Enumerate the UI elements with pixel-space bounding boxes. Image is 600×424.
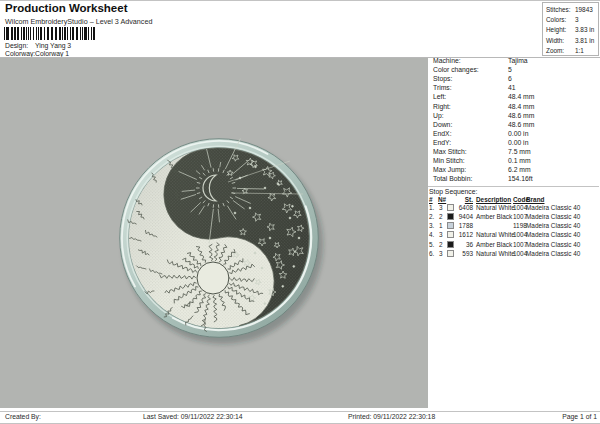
stat-label: Total Bobbin: [433, 175, 472, 182]
needle-number: 3 [439, 231, 443, 238]
stat-label: Height: [546, 26, 566, 33]
stat-label: Stitches: [546, 6, 571, 13]
stat-value: 6.2 mm [508, 166, 531, 173]
thread-description: Amber Black [476, 241, 512, 248]
stitch-count: 1788 [455, 222, 473, 229]
stitch-count: 6408 [455, 204, 473, 211]
machine-stat-row: Total Bobbin:154.16ft [433, 175, 598, 184]
stat-value: Tajima [508, 57, 528, 64]
thread-description: Natural White [476, 204, 515, 211]
needle-number: 3 [439, 204, 443, 211]
thread-brand: Madeira Classic 40 [526, 250, 580, 257]
stitch-count: 9404 [455, 213, 473, 220]
thread-color-swatch [447, 231, 454, 238]
machine-stat-row: Down:48.6 mm [433, 121, 598, 130]
dot [254, 252, 256, 254]
column-header-num: # [429, 196, 433, 203]
colorway-label: Colorway: [5, 50, 35, 57]
stat-label: Color changes: [433, 66, 479, 73]
footer-created-by: Created By: [5, 413, 41, 420]
design-label: Design: [5, 42, 35, 49]
stat-label: Right: [433, 103, 451, 110]
row-number: 2. [429, 213, 434, 220]
machine-stat-row: Color changes:5 [433, 66, 598, 75]
stat-value: 154.16ft [508, 175, 533, 182]
summary-stat-row: Colors:3 [546, 16, 596, 26]
row-number: 1. [429, 204, 434, 211]
stat-value: 7.5 mm [508, 148, 531, 155]
summary-stat-row: Height:3.83 in [546, 26, 596, 36]
page-title: Production Worksheet [5, 2, 127, 14]
column-header-brand: Brand [526, 196, 544, 203]
colorway-value: Colorway 1 [35, 50, 69, 57]
stat-value: 3 [575, 16, 579, 23]
stitch-count: 36 [455, 241, 473, 248]
footer-printed: Printed: 09/11/2022 22:30:18 [348, 413, 435, 420]
footer-page-number: Page 1 of 1 [562, 413, 597, 420]
stat-value: 48.6 mm [508, 112, 534, 119]
dot [282, 285, 284, 287]
dot [239, 177, 241, 179]
thread-color-swatch [447, 241, 454, 248]
stat-value: 48.4 mm [508, 103, 534, 110]
needle-number: 2 [439, 213, 443, 220]
machine-stat-row: Machine:Tajima [433, 57, 598, 66]
stat-value: 48.6 mm [508, 121, 534, 128]
stat-value: 1:1 [575, 47, 584, 54]
stop-sequence-row: 3.117881198Madeira Classic 40 [428, 222, 600, 231]
panel-divider [428, 186, 599, 187]
machine-info-panel: Machine:TajimaColor changes:5Stops:6Trim… [433, 57, 598, 187]
thread-description: Natural White [476, 231, 515, 238]
machine-stat-row: Max Stitch:7.5 mm [433, 148, 598, 157]
row-number: 5. [429, 241, 434, 248]
machine-stat-row: Min Stitch:0.1 mm [433, 157, 598, 166]
row-number: 4. [429, 231, 434, 238]
dot [264, 303, 266, 305]
stop-sequence-title: Stop Sequence: [429, 188, 477, 195]
stat-label: Width: [546, 37, 564, 44]
dot [264, 187, 266, 189]
stat-value: 6 [508, 75, 512, 82]
column-header-stitches: St. [455, 196, 473, 203]
footer-last-saved: Last Saved: 09/11/2022 22:30:14 [143, 413, 243, 420]
design-preview-svg [0, 58, 428, 408]
needle-number: 1 [439, 222, 443, 229]
column-header-needle: N# [438, 196, 446, 203]
thread-code: 1198 [513, 222, 527, 229]
dot [234, 212, 236, 214]
machine-stat-row: EndY:0.00 in [433, 139, 598, 148]
stat-value: 0.1 mm [508, 157, 531, 164]
stat-label: Left: [433, 93, 446, 100]
summary-stat-row: Zoom:1:1 [546, 47, 596, 57]
stat-label: Stops: [433, 75, 452, 82]
stat-value: 19843 [575, 6, 593, 13]
stop-sequence-row: 6.3593Natural White1004Madeira Classic 4… [428, 250, 600, 259]
thread-brand: Madeira Classic 40 [526, 231, 580, 238]
stat-label: Machine: [433, 57, 461, 64]
thread-color-swatch [447, 222, 454, 229]
dot [261, 267, 263, 269]
row-number: 3. [429, 222, 434, 229]
summary-stat-row: Width:3.81 in [546, 37, 596, 47]
dot [292, 205, 294, 207]
dot [269, 237, 271, 239]
app-subtitle: Wilcom EmbroideryStudio – Level 3 Advanc… [5, 17, 152, 26]
stat-label: Max Jump: [433, 166, 466, 173]
thread-color-swatch [447, 250, 454, 257]
stat-value: 3.81 in [575, 37, 594, 44]
stat-value: 0.00 in [508, 139, 528, 146]
thread-color-swatch [447, 204, 454, 211]
stat-label: EndY: [433, 139, 451, 146]
design-canvas [0, 58, 428, 408]
design-name-row: Design:Ying Yang 3 [5, 42, 71, 49]
thread-brand: Madeira Classic 40 [526, 204, 580, 211]
dot [298, 237, 300, 239]
thread-brand: Madeira Classic 40 [526, 241, 580, 248]
stat-label: Up: [433, 112, 444, 119]
stat-label: EndX: [433, 130, 452, 137]
machine-stat-row: Right:48.4 mm [433, 103, 598, 112]
stat-value: 48.4 mm [508, 93, 534, 100]
production-worksheet-page: Production Worksheet Wilcom EmbroiderySt… [0, 0, 600, 424]
colorway-row: Colorway:Colorway 1 [5, 50, 69, 57]
stat-value: 0.00 in [508, 130, 528, 137]
